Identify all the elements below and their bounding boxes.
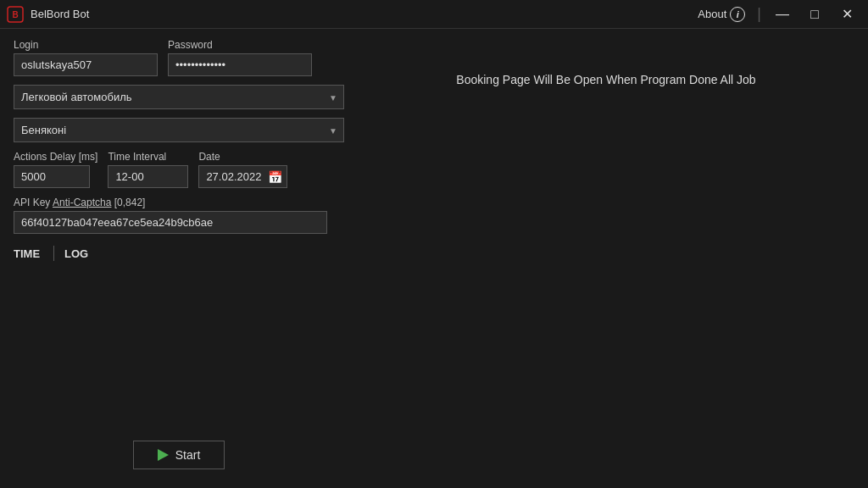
password-input[interactable] bbox=[168, 53, 312, 76]
date-input[interactable] bbox=[198, 165, 287, 188]
region-dropdown[interactable]: Беняконі Минск Брест bbox=[14, 118, 344, 142]
region-dropdown-wrap: Беняконі Минск Брест ▼ bbox=[14, 118, 344, 142]
maximize-button[interactable]: □ bbox=[800, 3, 829, 26]
credentials-row: Login Password bbox=[14, 39, 344, 76]
actions-delay-label: Actions Delay [ms] bbox=[14, 151, 97, 163]
log-separator bbox=[53, 246, 54, 261]
date-wrap: 📅 bbox=[198, 165, 287, 188]
date-group: Date 📅 bbox=[198, 151, 287, 188]
login-group: Login bbox=[14, 39, 158, 76]
actions-delay-input[interactable] bbox=[14, 165, 90, 188]
actions-delay-group: Actions Delay [ms] bbox=[14, 151, 97, 188]
time-interval-input[interactable] bbox=[108, 165, 188, 188]
app-title: BelBord Bot bbox=[31, 8, 89, 20]
category-dropdown-wrap: Легковой автомобиль Грузовой автомобиль … bbox=[14, 85, 344, 109]
password-group: Password bbox=[168, 39, 312, 76]
about-label: About bbox=[698, 8, 726, 20]
password-label: Password bbox=[168, 39, 312, 51]
title-bar-left: B BelBord Bot bbox=[7, 6, 693, 23]
anti-captcha-link[interactable]: Anti-Captcha bbox=[53, 197, 111, 208]
login-label: Login bbox=[14, 39, 158, 51]
api-key-label: API Key Anti-Captcha [0,842] bbox=[14, 197, 344, 208]
time-interval-group: Time Interval bbox=[108, 151, 188, 188]
about-button[interactable]: About i bbox=[693, 5, 750, 24]
title-bar-controls: About i | — □ ✕ bbox=[693, 3, 861, 26]
title-bar: B BelBord Bot About i | — □ ✕ bbox=[0, 0, 868, 29]
start-button[interactable]: Start bbox=[133, 441, 225, 469]
booking-message: Booking Page Will Be Open When Program D… bbox=[358, 73, 854, 86]
login-input[interactable] bbox=[14, 53, 158, 76]
main-content: Login Password Легковой автомобиль Грузо… bbox=[0, 29, 868, 488]
time-interval-label: Time Interval bbox=[108, 151, 188, 163]
log-area[interactable] bbox=[14, 269, 344, 432]
close-button[interactable]: ✕ bbox=[832, 3, 861, 26]
info-icon: i bbox=[730, 7, 745, 22]
right-panel: Booking Page Will Be Open When Program D… bbox=[358, 39, 854, 478]
app-logo: B bbox=[7, 6, 24, 23]
bottom-area: Start bbox=[14, 441, 344, 478]
api-key-group: API Key Anti-Captcha [0,842] bbox=[14, 197, 344, 234]
category-dropdown[interactable]: Легковой автомобиль Грузовой автомобиль … bbox=[14, 85, 344, 109]
title-sep: | bbox=[757, 5, 761, 23]
date-label: Date bbox=[198, 151, 287, 163]
api-key-score: [0,842] bbox=[114, 197, 146, 208]
timing-row: Actions Delay [ms] Time Interval Date 📅 bbox=[14, 151, 344, 188]
log-header: TIME LOG bbox=[14, 246, 344, 261]
log-time-header: TIME bbox=[14, 247, 53, 260]
left-panel: Login Password Легковой автомобиль Грузо… bbox=[14, 39, 344, 478]
play-icon bbox=[158, 449, 169, 461]
svg-text:B: B bbox=[12, 10, 18, 19]
log-col-header: LOG bbox=[64, 247, 88, 260]
minimize-button[interactable]: — bbox=[768, 3, 797, 26]
start-label: Start bbox=[175, 448, 201, 462]
api-key-input[interactable] bbox=[14, 211, 327, 234]
